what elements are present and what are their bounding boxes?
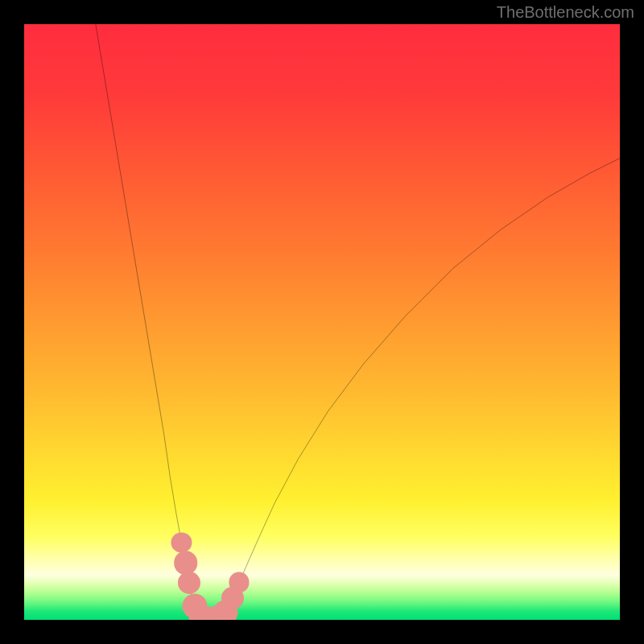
data-marker [174, 551, 198, 575]
data-marker [229, 572, 250, 592]
chart-frame: TheBottleneck.com [0, 0, 644, 644]
data-marker [178, 572, 200, 594]
watermark-label: TheBottleneck.com [497, 3, 634, 22]
data-marker [171, 532, 192, 552]
data-markers-layer [24, 24, 620, 620]
plot-area [24, 24, 620, 620]
